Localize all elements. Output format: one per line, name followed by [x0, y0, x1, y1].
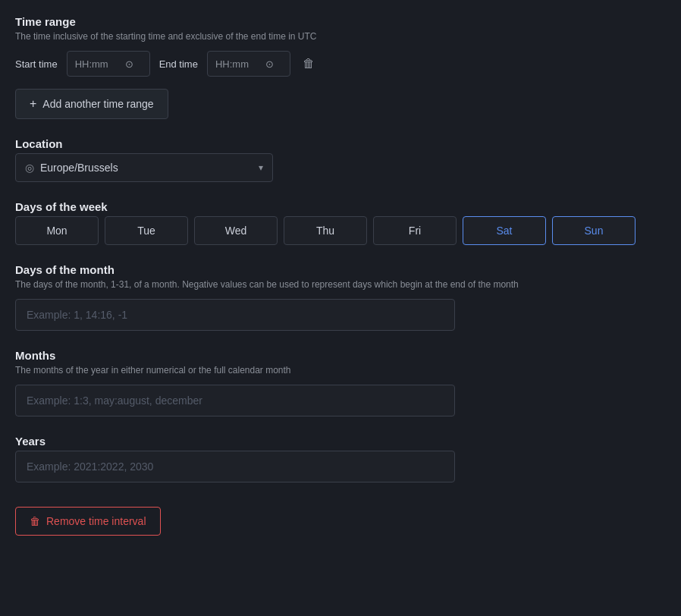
delete-time-range-button[interactable]: 🗑	[300, 54, 318, 74]
days-of-month-section: Days of the month The days of the month,…	[15, 263, 666, 331]
end-time-label: End time	[159, 58, 198, 70]
remove-button-label: Remove time interval	[46, 515, 146, 527]
days-of-week-section: Days of the week MonTueWedThuFriSatSun	[15, 200, 666, 245]
remove-trash-icon: 🗑	[30, 515, 40, 527]
start-time-clock-icon: ⊙	[125, 58, 133, 70]
location-pin-icon: ◎	[25, 162, 34, 174]
chevron-down-icon: ▾	[259, 162, 263, 173]
add-another-time-range-button[interactable]: + Add another time range	[15, 89, 168, 119]
start-time-input[interactable]	[75, 58, 121, 70]
location-select-inner: ◎ Europe/Brussels	[25, 162, 118, 174]
day-btn-mon[interactable]: Mon	[15, 216, 99, 245]
days-of-month-input[interactable]	[15, 299, 455, 331]
day-btn-wed[interactable]: Wed	[194, 216, 278, 245]
location-value: Europe/Brussels	[40, 162, 118, 174]
days-of-month-description: The days of the month, 1-31, of a month.…	[15, 279, 666, 290]
start-time-input-wrapper[interactable]: ⊙	[67, 51, 150, 77]
location-title: Location	[15, 137, 666, 150]
plus-icon: +	[30, 97, 36, 111]
days-grid: MonTueWedThuFriSatSun	[15, 216, 666, 245]
time-inputs-row: Start time ⊙ End time ⊙ 🗑	[15, 51, 666, 77]
months-input[interactable]	[15, 385, 455, 416]
location-section: Location ◎ Europe/Brussels ▾	[15, 137, 666, 182]
trash-icon: 🗑	[303, 57, 315, 71]
day-btn-sat[interactable]: Sat	[463, 216, 546, 245]
days-of-week-title: Days of the week	[15, 200, 666, 213]
years-input[interactable]	[15, 451, 455, 482]
years-title: Years	[15, 435, 666, 448]
months-title: Months	[15, 349, 666, 362]
day-btn-tue[interactable]: Tue	[105, 216, 188, 245]
day-btn-sun[interactable]: Sun	[552, 216, 635, 245]
months-description: The months of the year in either numeric…	[15, 365, 666, 376]
time-range-section: Time range The time inclusive of the sta…	[15, 15, 666, 77]
end-time-input[interactable]	[215, 58, 261, 70]
location-dropdown[interactable]: ◎ Europe/Brussels ▾	[15, 153, 273, 182]
months-section: Months The months of the year in either …	[15, 349, 666, 416]
years-section: Years	[15, 435, 666, 482]
days-of-month-title: Days of the month	[15, 263, 666, 276]
day-btn-thu[interactable]: Thu	[284, 216, 367, 245]
start-time-label: Start time	[15, 58, 58, 70]
remove-time-interval-button[interactable]: 🗑 Remove time interval	[15, 507, 161, 536]
add-time-range-label: Add another time range	[42, 98, 153, 110]
end-time-clock-icon: ⊙	[265, 58, 274, 70]
day-btn-fri[interactable]: Fri	[373, 216, 457, 245]
time-range-title: Time range	[15, 15, 666, 28]
time-range-description: The time inclusive of the starting time …	[15, 31, 666, 42]
end-time-input-wrapper[interactable]: ⊙	[207, 51, 290, 77]
